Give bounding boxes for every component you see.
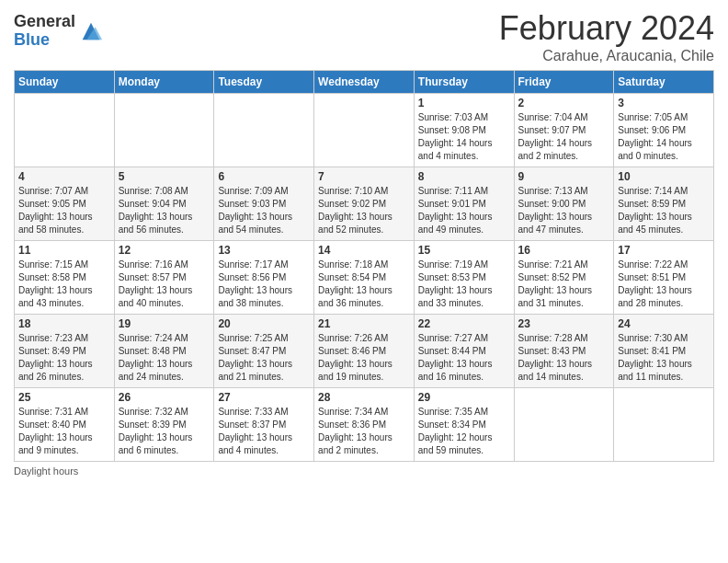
footer-label: Daylight hours — [14, 465, 78, 477]
calendar-cell: 1Sunrise: 7:03 AM Sunset: 9:08 PM Daylig… — [414, 94, 514, 167]
calendar-cell: 26Sunrise: 7:32 AM Sunset: 8:39 PM Dayli… — [114, 388, 214, 462]
calendar-cell: 13Sunrise: 7:17 AM Sunset: 8:56 PM Dayli… — [214, 241, 314, 315]
calendar-cell: 5Sunrise: 7:08 AM Sunset: 9:04 PM Daylig… — [114, 167, 214, 241]
calendar-cell: 12Sunrise: 7:16 AM Sunset: 8:57 PM Dayli… — [114, 241, 214, 315]
calendar-cell: 7Sunrise: 7:10 AM Sunset: 9:02 PM Daylig… — [314, 167, 415, 241]
day-header: Sunday — [15, 71, 115, 94]
day-number: 7 — [318, 170, 410, 183]
calendar-cell: 15Sunrise: 7:19 AM Sunset: 8:53 PM Dayli… — [414, 241, 514, 315]
day-info: Sunrise: 7:25 AM Sunset: 8:47 PM Dayligh… — [218, 332, 310, 384]
day-number: 6 — [218, 170, 310, 183]
day-info: Sunrise: 7:11 AM Sunset: 9:01 PM Dayligh… — [418, 185, 510, 236]
calendar-cell: 28Sunrise: 7:34 AM Sunset: 8:36 PM Dayli… — [314, 388, 415, 462]
calendar-cell: 3Sunrise: 7:05 AM Sunset: 9:06 PM Daylig… — [614, 94, 714, 167]
day-number: 21 — [318, 317, 410, 330]
title-area: February 2024 Carahue, Araucania, Chile — [499, 9, 714, 64]
day-number: 20 — [218, 317, 310, 330]
calendar-cell: 23Sunrise: 7:28 AM Sunset: 8:43 PM Dayli… — [514, 315, 614, 388]
day-number: 29 — [418, 391, 510, 404]
logo: General Blue — [14, 13, 104, 50]
day-info: Sunrise: 7:13 AM Sunset: 9:00 PM Dayligh… — [518, 185, 610, 236]
day-number: 9 — [518, 170, 610, 183]
day-number: 24 — [618, 317, 710, 330]
day-number: 16 — [518, 244, 610, 257]
day-info: Sunrise: 7:09 AM Sunset: 9:03 PM Dayligh… — [218, 185, 310, 236]
day-number: 15 — [418, 244, 510, 257]
calendar-cell: 27Sunrise: 7:33 AM Sunset: 8:37 PM Dayli… — [214, 388, 314, 462]
day-info: Sunrise: 7:27 AM Sunset: 8:44 PM Dayligh… — [418, 332, 510, 384]
calendar-cell: 2Sunrise: 7:04 AM Sunset: 9:07 PM Daylig… — [514, 94, 614, 167]
day-info: Sunrise: 7:03 AM Sunset: 9:08 PM Dayligh… — [418, 111, 510, 163]
calendar-cell: 20Sunrise: 7:25 AM Sunset: 8:47 PM Dayli… — [214, 315, 314, 388]
day-info: Sunrise: 7:15 AM Sunset: 8:58 PM Dayligh… — [18, 259, 110, 310]
day-info: Sunrise: 7:21 AM Sunset: 8:52 PM Dayligh… — [518, 259, 610, 310]
day-info: Sunrise: 7:23 AM Sunset: 8:49 PM Dayligh… — [18, 332, 110, 384]
day-header: Wednesday — [314, 71, 415, 94]
subtitle: Carahue, Araucania, Chile — [499, 48, 714, 64]
day-info: Sunrise: 7:28 AM Sunset: 8:43 PM Dayligh… — [518, 332, 610, 384]
day-info: Sunrise: 7:14 AM Sunset: 8:59 PM Dayligh… — [618, 185, 710, 236]
calendar-week-row: 1Sunrise: 7:03 AM Sunset: 9:08 PM Daylig… — [15, 94, 714, 167]
day-header: Saturday — [614, 71, 714, 94]
calendar-table: SundayMondayTuesdayWednesdayThursdayFrid… — [14, 70, 714, 462]
day-header: Thursday — [414, 71, 514, 94]
day-info: Sunrise: 7:26 AM Sunset: 8:46 PM Dayligh… — [318, 332, 410, 384]
day-number: 17 — [618, 244, 710, 257]
calendar-cell: 17Sunrise: 7:22 AM Sunset: 8:51 PM Dayli… — [614, 241, 714, 315]
calendar-cell — [15, 94, 115, 167]
calendar-cell: 9Sunrise: 7:13 AM Sunset: 9:00 PM Daylig… — [514, 167, 614, 241]
day-number: 8 — [418, 170, 510, 183]
day-number: 2 — [518, 97, 610, 109]
footer: Daylight hours — [14, 465, 714, 477]
day-number: 25 — [18, 391, 110, 404]
day-number: 19 — [119, 317, 210, 330]
calendar-cell: 29Sunrise: 7:35 AM Sunset: 8:34 PM Dayli… — [414, 388, 514, 462]
day-number: 5 — [119, 170, 210, 183]
day-number: 14 — [318, 244, 410, 257]
day-info: Sunrise: 7:05 AM Sunset: 9:06 PM Dayligh… — [618, 111, 710, 163]
calendar-cell: 22Sunrise: 7:27 AM Sunset: 8:44 PM Dayli… — [414, 315, 514, 388]
calendar-cell — [314, 94, 415, 167]
day-header: Friday — [514, 71, 614, 94]
calendar-cell — [514, 388, 614, 462]
month-title: February 2024 — [499, 9, 714, 48]
day-number: 3 — [618, 97, 710, 109]
calendar-cell: 8Sunrise: 7:11 AM Sunset: 9:01 PM Daylig… — [414, 167, 514, 241]
day-number: 23 — [518, 317, 610, 330]
calendar-cell: 18Sunrise: 7:23 AM Sunset: 8:49 PM Dayli… — [15, 315, 115, 388]
calendar-cell: 14Sunrise: 7:18 AM Sunset: 8:54 PM Dayli… — [314, 241, 415, 315]
calendar-cell — [214, 94, 314, 167]
calendar-cell: 25Sunrise: 7:31 AM Sunset: 8:40 PM Dayli… — [15, 388, 115, 462]
calendar-cell — [114, 94, 214, 167]
logo-blue: Blue — [14, 31, 75, 50]
day-info: Sunrise: 7:04 AM Sunset: 9:07 PM Dayligh… — [518, 111, 610, 163]
calendar-week-row: 11Sunrise: 7:15 AM Sunset: 8:58 PM Dayli… — [15, 241, 714, 315]
day-info: Sunrise: 7:18 AM Sunset: 8:54 PM Dayligh… — [318, 259, 410, 310]
day-info: Sunrise: 7:19 AM Sunset: 8:53 PM Dayligh… — [418, 259, 510, 310]
day-number: 11 — [18, 244, 110, 257]
calendar-cell: 16Sunrise: 7:21 AM Sunset: 8:52 PM Dayli… — [514, 241, 614, 315]
day-number: 18 — [18, 317, 110, 330]
page: General Blue February 2024 Carahue, Arau… — [0, 0, 728, 486]
day-header: Monday — [114, 71, 214, 94]
day-number: 27 — [218, 391, 310, 404]
logo-general: General — [14, 13, 75, 31]
day-info: Sunrise: 7:30 AM Sunset: 8:41 PM Dayligh… — [618, 332, 710, 384]
calendar-week-row: 18Sunrise: 7:23 AM Sunset: 8:49 PM Dayli… — [15, 315, 714, 388]
day-number: 10 — [618, 170, 710, 183]
logo-icon — [78, 18, 104, 44]
calendar-cell: 4Sunrise: 7:07 AM Sunset: 9:05 PM Daylig… — [15, 167, 115, 241]
calendar-cell: 21Sunrise: 7:26 AM Sunset: 8:46 PM Dayli… — [314, 315, 415, 388]
day-info: Sunrise: 7:17 AM Sunset: 8:56 PM Dayligh… — [218, 259, 310, 310]
day-info: Sunrise: 7:31 AM Sunset: 8:40 PM Dayligh… — [18, 406, 110, 457]
calendar-week-row: 4Sunrise: 7:07 AM Sunset: 9:05 PM Daylig… — [15, 167, 714, 241]
day-header: Tuesday — [214, 71, 314, 94]
calendar-week-row: 25Sunrise: 7:31 AM Sunset: 8:40 PM Dayli… — [15, 388, 714, 462]
calendar-cell: 6Sunrise: 7:09 AM Sunset: 9:03 PM Daylig… — [214, 167, 314, 241]
day-number: 12 — [119, 244, 210, 257]
day-number: 26 — [119, 391, 210, 404]
day-info: Sunrise: 7:22 AM Sunset: 8:51 PM Dayligh… — [618, 259, 710, 310]
calendar-cell: 24Sunrise: 7:30 AM Sunset: 8:41 PM Dayli… — [614, 315, 714, 388]
day-info: Sunrise: 7:34 AM Sunset: 8:36 PM Dayligh… — [318, 406, 410, 457]
day-info: Sunrise: 7:24 AM Sunset: 8:48 PM Dayligh… — [119, 332, 210, 384]
